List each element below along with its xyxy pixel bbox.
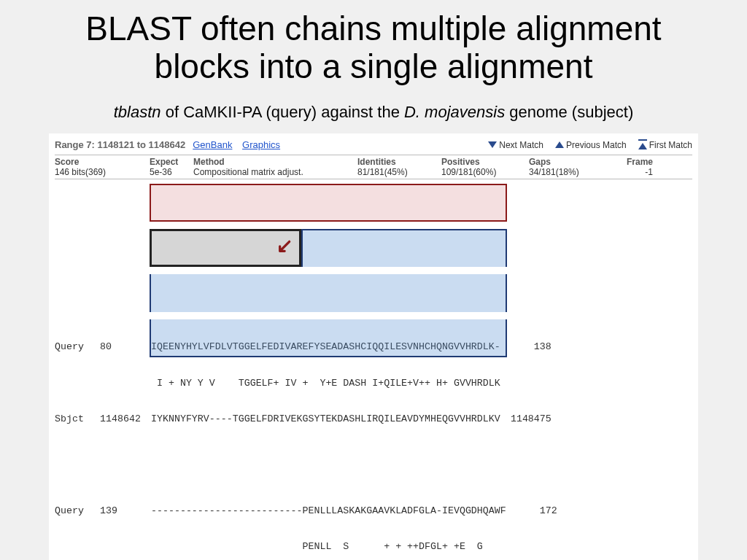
hdr-expect: Expect bbox=[150, 157, 193, 167]
val-identities: 81/181(45%) bbox=[357, 167, 441, 177]
arrow-icon bbox=[227, 226, 246, 245]
hdr-positives: Positives bbox=[441, 157, 529, 167]
range-label: Range 7: 1148121 to 1148642 bbox=[55, 139, 185, 150]
hdr-score: Score bbox=[55, 157, 150, 167]
subject-seq: IYKNNYFYRV----TGGELFDRIVEKGSYTEKDASHLIRQ… bbox=[151, 413, 500, 425]
val-method: Compositional matrix adjust. bbox=[193, 167, 357, 177]
triangle-up-bar-icon bbox=[638, 141, 647, 149]
next-match-label: Next Match bbox=[499, 140, 543, 150]
highlight-red bbox=[150, 184, 507, 222]
val-score: 146 bits(369) bbox=[55, 167, 150, 177]
match-seq: I + NY Y V TGGELF+ IV + Y+E DASH I+QILE+… bbox=[151, 378, 506, 389]
subtitle-mid-2: genome (subject) bbox=[505, 103, 633, 121]
triangle-down-icon bbox=[488, 141, 497, 148]
stats-header-row: Score Expect Method Identities Positives… bbox=[55, 157, 692, 167]
title-line-1: BLAST often chains multiple alignment bbox=[85, 9, 661, 47]
slide-title: BLAST often chains multiple alignment bl… bbox=[19, 10, 728, 85]
val-gaps: 34/181(18%) bbox=[529, 167, 609, 177]
hdr-identities: Identities bbox=[357, 157, 441, 167]
subtitle-mid-1: of CaMKII-PA (query) against the bbox=[161, 103, 404, 121]
query-seq: IQEENYHYLVFDLVTGGELFEDIVAREFYSEADASHCIQQ… bbox=[151, 341, 500, 353]
hdr-frame: Frame bbox=[609, 157, 653, 167]
query-end: 138 bbox=[500, 341, 551, 353]
previous-match-label: Previous Match bbox=[566, 140, 627, 150]
first-match-button[interactable]: First Match bbox=[638, 140, 692, 150]
stats-value-row: 146 bits(369) 5e-36 Compositional matrix… bbox=[55, 167, 692, 177]
highlight-blue-1 bbox=[301, 229, 507, 267]
divider bbox=[55, 179, 692, 179]
align-subject-row: Sbjct 1148642 IYKNNYFYRV----TGGELFDRIVEK… bbox=[55, 413, 692, 425]
slide-subtitle: tblastn of CaMKII-PA (query) against the… bbox=[19, 103, 728, 122]
query-start: 80 bbox=[100, 341, 151, 353]
previous-match-button[interactable]: Previous Match bbox=[555, 140, 627, 150]
subtitle-italic-2: D. mojavensis bbox=[404, 103, 505, 121]
highlight-blue-2 bbox=[150, 274, 507, 312]
title-line-2: blocks into a single alignment bbox=[155, 47, 593, 85]
align-match-row: PENLL S + + ++DFGL+ +E G bbox=[55, 541, 692, 553]
align-match-row: I + NY Y V TGGELF+ IV + Y+E DASH I+QILE+… bbox=[55, 378, 692, 389]
alignment-area: Query 80 IQEENYHYLVFDLVTGGELFEDIVAREFYSE… bbox=[55, 181, 692, 560]
hdr-method: Method bbox=[193, 157, 357, 167]
graphics-link[interactable]: Graphics bbox=[242, 139, 280, 150]
blast-result-panel: Range 7: 1148121 to 1148642 GenBank Grap… bbox=[49, 133, 698, 560]
subject-label: Sbjct bbox=[55, 413, 100, 425]
hdr-gaps: Gaps bbox=[529, 157, 609, 167]
val-positives: 109/181(60%) bbox=[441, 167, 529, 177]
subject-start: 1148642 bbox=[100, 413, 151, 425]
val-expect: 5e-36 bbox=[150, 167, 193, 177]
triangle-up-icon bbox=[555, 141, 564, 148]
align-query-row: Query 139 --------------------------PENL… bbox=[55, 505, 692, 517]
divider bbox=[55, 155, 692, 155]
next-match-button[interactable]: Next Match bbox=[488, 140, 543, 150]
subject-end: 1148475 bbox=[500, 413, 551, 425]
first-match-label: First Match bbox=[649, 140, 692, 150]
align-query-row: Query 80 IQEENYHYLVFDLVTGGELFEDIVAREFYSE… bbox=[55, 341, 692, 353]
highlight-grey bbox=[150, 229, 301, 267]
val-frame: -1 bbox=[609, 167, 653, 177]
range-row: Range 7: 1148121 to 1148642 GenBank Grap… bbox=[55, 138, 692, 153]
subtitle-italic-1: tblastn bbox=[114, 103, 161, 121]
query-label: Query bbox=[55, 341, 100, 353]
genbank-link[interactable]: GenBank bbox=[193, 139, 232, 150]
